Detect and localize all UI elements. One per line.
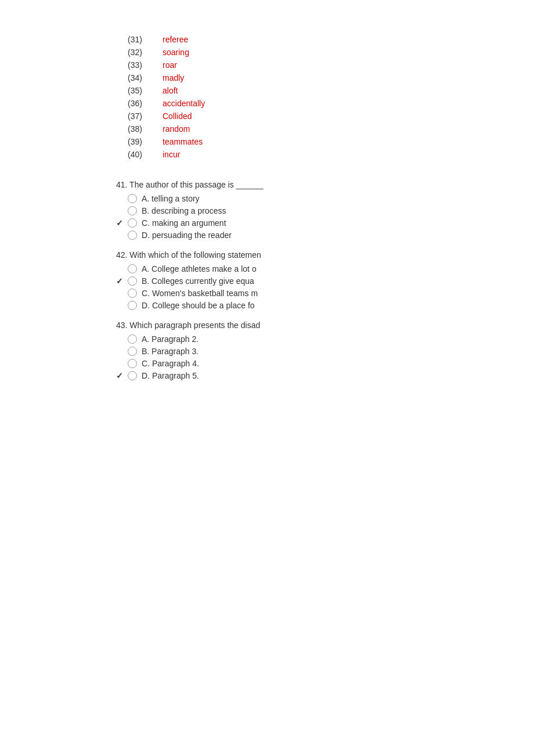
vocab-row: (38)random <box>128 124 511 134</box>
question-text: 42. With which of the following statemen <box>104 250 511 260</box>
option-label: B. Paragraph 3. <box>142 347 199 356</box>
question-text: 43. Which paragraph presents the disad <box>104 321 511 330</box>
question-block: 41. The author of this passage is ______… <box>104 180 511 240</box>
vocab-row: (31)referee <box>128 35 511 44</box>
vocab-number: (37) <box>128 111 163 121</box>
option-label: D. persuading the reader <box>142 231 232 240</box>
vocab-number: (36) <box>128 99 163 108</box>
radio-button[interactable] <box>128 289 137 298</box>
vocab-row: (33)roar <box>128 60 511 70</box>
vocab-word: aloft <box>163 86 178 95</box>
questions-section: 41. The author of this passage is ______… <box>23 180 511 380</box>
vocab-row: (36)accidentally <box>128 99 511 108</box>
vocab-row: (37)Collided <box>128 111 511 121</box>
radio-button[interactable] <box>128 194 137 203</box>
vocab-number: (33) <box>128 60 163 70</box>
option-label: A. College athletes make a lot o <box>142 264 257 273</box>
check-mark-icon: ✓ <box>116 371 128 380</box>
question-text: 41. The author of this passage is ______ <box>104 180 511 189</box>
vocab-word: accidentally <box>163 99 205 108</box>
answer-option[interactable]: ✓B. Paragraph 3. <box>104 347 511 356</box>
vocab-word: random <box>163 124 190 134</box>
vocab-number: (39) <box>128 137 163 146</box>
answer-option[interactable]: ✓B. describing a process <box>104 206 511 215</box>
vocab-row: (34)madly <box>128 73 511 82</box>
vocab-section: (31)referee(32)soaring(33)roar(34)madly(… <box>23 35 511 163</box>
vocab-row: (40)incur <box>128 150 511 159</box>
radio-button[interactable] <box>128 371 137 380</box>
vocab-word: incur <box>163 150 180 159</box>
answer-option[interactable]: ✓A. telling a story <box>104 194 511 203</box>
vocab-row: (39)teammates <box>128 137 511 146</box>
vocab-word: Collided <box>163 111 192 121</box>
radio-button[interactable] <box>128 347 137 356</box>
vocab-word: madly <box>163 73 184 82</box>
vocab-row: (35)aloft <box>128 86 511 95</box>
radio-button[interactable] <box>128 218 137 228</box>
check-mark-icon: ✓ <box>116 276 128 286</box>
vocab-word: teammates <box>163 137 203 146</box>
answer-option[interactable]: ✓D. Paragraph 5. <box>104 371 511 380</box>
radio-button[interactable] <box>128 231 137 240</box>
vocab-number: (40) <box>128 150 163 159</box>
option-label: B. Colleges currently give equa <box>142 276 254 286</box>
option-label: C. making an argument <box>142 218 226 228</box>
option-label: A. Paragraph 2. <box>142 334 199 344</box>
answer-option[interactable]: ✓C. making an argument <box>104 218 511 228</box>
option-label: D. Paragraph 5. <box>142 371 199 380</box>
vocab-number: (32) <box>128 48 163 57</box>
radio-button[interactable] <box>128 301 137 310</box>
vocab-word: referee <box>163 35 188 44</box>
option-label: C. Women's basketball teams m <box>142 289 258 298</box>
vocab-number: (31) <box>128 35 163 44</box>
answer-option[interactable]: ✓B. Colleges currently give equa <box>104 276 511 286</box>
answer-option[interactable]: ✓A. College athletes make a lot o <box>104 264 511 273</box>
option-label: D. College should be a place fo <box>142 301 255 310</box>
vocab-word: soaring <box>163 48 189 57</box>
answer-option[interactable]: ✓C. Paragraph 4. <box>104 359 511 368</box>
check-mark-icon: ✓ <box>116 218 128 228</box>
answer-option[interactable]: ✓D. College should be a place fo <box>104 301 511 310</box>
question-block: 42. With which of the following statemen… <box>104 250 511 310</box>
vocab-row: (32)soaring <box>128 48 511 57</box>
radio-button[interactable] <box>128 264 137 273</box>
vocab-number: (35) <box>128 86 163 95</box>
answer-option[interactable]: ✓A. Paragraph 2. <box>104 334 511 344</box>
radio-button[interactable] <box>128 206 137 215</box>
vocab-word: roar <box>163 60 177 70</box>
radio-button[interactable] <box>128 334 137 344</box>
answer-option[interactable]: ✓C. Women's basketball teams m <box>104 289 511 298</box>
option-label: B. describing a process <box>142 206 226 215</box>
radio-button[interactable] <box>128 276 137 286</box>
question-block: 43. Which paragraph presents the disad✓A… <box>104 321 511 380</box>
answer-option[interactable]: ✓D. persuading the reader <box>104 231 511 240</box>
radio-button[interactable] <box>128 359 137 368</box>
option-label: A. telling a story <box>142 194 200 203</box>
vocab-number: (38) <box>128 124 163 134</box>
option-label: C. Paragraph 4. <box>142 359 199 368</box>
vocab-number: (34) <box>128 73 163 82</box>
